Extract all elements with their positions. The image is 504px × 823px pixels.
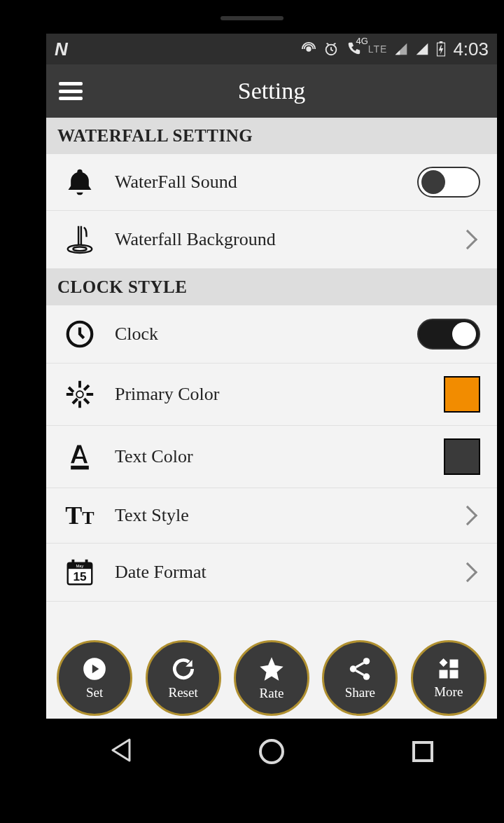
row-label: Primary Color xyxy=(101,384,444,405)
svg-text:15: 15 xyxy=(73,569,87,583)
toggle-clock[interactable] xyxy=(417,319,480,350)
svg-point-17 xyxy=(350,665,357,672)
row-primary-color[interactable]: Primary Color xyxy=(46,364,497,426)
row-text-color[interactable]: Text Color xyxy=(46,426,497,488)
status-clock: 4:03 xyxy=(453,39,489,60)
settings-content: WATERFALL SETTING WaterFall Sound Waterf… xyxy=(46,118,497,602)
speaker-grille xyxy=(220,16,284,20)
section-clockstyle: CLOCK STYLE xyxy=(46,269,497,305)
row-label: WaterFall Sound xyxy=(101,172,417,193)
bottom-bar: Set Reset Rate Share xyxy=(46,637,497,719)
reset-button[interactable]: Reset xyxy=(146,640,221,716)
call-4g-icon: 4G xyxy=(346,41,361,57)
svg-point-5 xyxy=(73,247,86,251)
reset-icon xyxy=(170,656,197,682)
svg-rect-11 xyxy=(72,560,75,565)
nav-home-button[interactable] xyxy=(259,739,284,764)
more-button[interactable]: More xyxy=(411,640,486,716)
signal-2-icon xyxy=(415,42,429,56)
calendar-icon: May15 xyxy=(59,556,101,588)
battery-icon xyxy=(436,41,446,57)
more-tiles-icon xyxy=(436,656,461,682)
chevron-right-icon xyxy=(458,230,477,249)
share-button[interactable]: Share xyxy=(322,640,398,716)
button-label: Rate xyxy=(260,686,284,701)
hamburger-icon[interactable] xyxy=(59,82,83,100)
svg-rect-19 xyxy=(439,670,447,679)
share-icon xyxy=(346,656,373,682)
bell-icon xyxy=(59,167,101,198)
app-header: Setting xyxy=(46,64,497,118)
screen: N 4G LTE 4:03 xyxy=(46,34,497,719)
waterfall-icon xyxy=(59,223,101,256)
device-frame: N 4G LTE 4:03 xyxy=(20,0,484,784)
star-icon xyxy=(258,655,286,683)
set-button[interactable]: Set xyxy=(57,640,132,716)
cast-icon xyxy=(301,41,316,57)
svg-point-16 xyxy=(363,658,370,665)
android-n-icon: N xyxy=(55,39,68,60)
signal-1-icon xyxy=(394,42,408,56)
toggle-waterfall-sound[interactable] xyxy=(417,167,480,198)
svg-point-7 xyxy=(76,391,83,398)
text-color-swatch[interactable] xyxy=(444,438,480,475)
row-waterfall-sound[interactable]: WaterFall Sound xyxy=(46,154,497,211)
section-waterfall: WATERFALL SETTING xyxy=(46,118,497,154)
row-text-style[interactable]: TT Text Style xyxy=(46,488,497,544)
svg-rect-20 xyxy=(449,670,458,679)
svg-point-0 xyxy=(307,47,311,51)
system-nav-bar xyxy=(46,719,497,784)
button-label: More xyxy=(434,684,463,700)
row-date-format[interactable]: May15 Date Format xyxy=(46,544,497,602)
color-wheel-icon xyxy=(59,378,101,410)
svg-rect-8 xyxy=(71,466,89,470)
button-label: Reset xyxy=(168,685,197,700)
chevron-right-icon xyxy=(458,506,477,525)
clock-icon xyxy=(59,318,101,350)
svg-rect-21 xyxy=(449,660,458,668)
nav-back-button[interactable] xyxy=(110,738,131,765)
row-label: Text Style xyxy=(101,505,461,526)
text-style-icon: TT xyxy=(59,501,101,530)
rate-button[interactable]: Rate xyxy=(234,640,309,716)
text-color-icon xyxy=(59,441,101,472)
chevron-right-icon xyxy=(458,562,477,582)
svg-point-18 xyxy=(363,673,370,680)
row-label: Date Format xyxy=(101,562,461,583)
play-circle-icon xyxy=(81,656,108,682)
lte-label: LTE xyxy=(368,43,388,55)
alarm-icon xyxy=(323,41,339,57)
button-label: Set xyxy=(86,685,103,700)
svg-rect-12 xyxy=(85,560,88,565)
row-label: Text Color xyxy=(101,446,444,467)
status-bar: N 4G LTE 4:03 xyxy=(46,34,497,64)
nav-recent-button[interactable] xyxy=(412,741,433,762)
svg-text:May: May xyxy=(76,564,84,568)
page-title: Setting xyxy=(46,78,497,104)
svg-rect-3 xyxy=(440,41,442,43)
row-waterfall-background[interactable]: Waterfall Background xyxy=(46,211,497,269)
row-label: Clock xyxy=(101,324,417,345)
primary-color-swatch[interactable] xyxy=(444,376,480,413)
row-label: Waterfall Background xyxy=(101,229,461,250)
row-clock[interactable]: Clock xyxy=(46,305,497,364)
button-label: Share xyxy=(345,685,375,700)
